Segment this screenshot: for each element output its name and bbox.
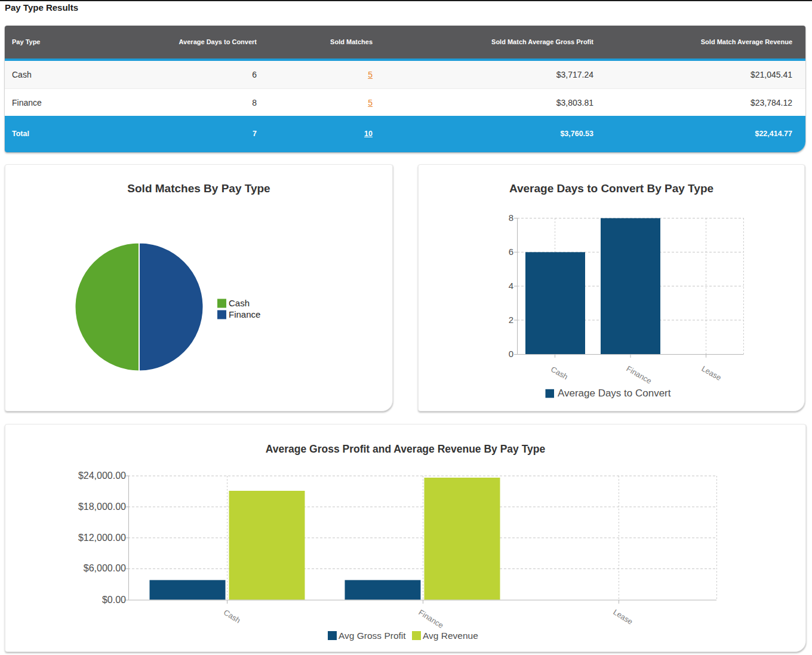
svg-text:Avg Revenue: Avg Revenue (423, 631, 478, 641)
svg-text:Cash: Cash (229, 298, 250, 308)
svg-text:Lease: Lease (611, 607, 634, 626)
svg-text:$18,000.00: $18,000.00 (78, 502, 126, 512)
svg-text:Cash: Cash (549, 365, 570, 382)
svg-text:Cash: Cash (222, 608, 242, 625)
svg-text:Finance: Finance (417, 608, 445, 630)
svg-text:0: 0 (509, 349, 513, 359)
svg-text:4: 4 (509, 281, 513, 291)
svg-text:Finance: Finance (229, 309, 260, 319)
svg-text:8: 8 (509, 213, 513, 223)
svg-text:6: 6 (509, 247, 513, 257)
svg-text:Finance: Finance (625, 364, 654, 386)
svg-text:$0.00: $0.00 (102, 595, 126, 605)
svg-text:$24,000.00: $24,000.00 (78, 471, 126, 481)
svg-text:Average Days to Convert: Average Days to Convert (558, 388, 671, 399)
svg-text:Avg Gross Profit: Avg Gross Profit (339, 631, 406, 641)
svg-text:Lease: Lease (700, 364, 723, 383)
svg-text:$12,000.00: $12,000.00 (78, 533, 126, 543)
svg-text:2: 2 (509, 315, 513, 325)
svg-text:$6,000.00: $6,000.00 (84, 563, 126, 573)
